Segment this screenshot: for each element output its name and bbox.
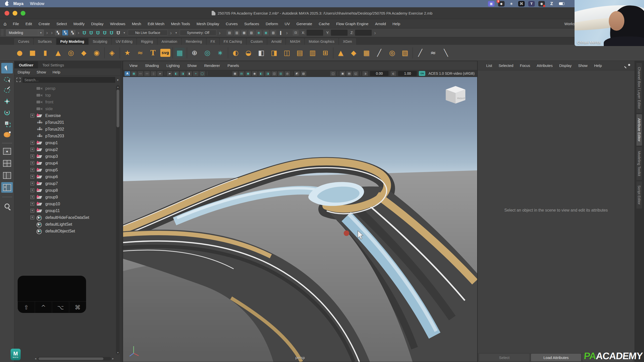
select-box-icon[interactable]: [16, 78, 21, 82]
shelf-tab[interactable]: Poly Modeling: [56, 38, 88, 45]
input-field-mode-icon[interactable]: ⊡: [293, 30, 299, 35]
shaded-mode-icon[interactable]: ▤: [239, 71, 244, 76]
menu-item[interactable]: File: [10, 22, 22, 26]
exposure-field[interactable]: 0.00: [370, 71, 389, 76]
combine-icon[interactable]: ◐: [230, 47, 241, 58]
outliner-item[interactable]: + group5: [14, 167, 116, 173]
separate-icon[interactable]: ◒: [243, 47, 254, 58]
outliner-item[interactable]: pTorus203: [14, 133, 116, 139]
layout-two-pane[interactable]: [1, 170, 13, 181]
lights-icon[interactable]: ◉: [252, 71, 257, 76]
gate-mask-icon[interactable]: ▯: [151, 71, 156, 76]
sidebar-tab[interactable]: Script Editor: [636, 181, 642, 209]
motion-blur-icon[interactable]: ◫: [272, 71, 277, 76]
collapse-section-icon[interactable]: [373, 30, 377, 35]
shelf-divider[interactable]: [333, 47, 333, 58]
region-icon[interactable]: ◱: [353, 71, 358, 76]
shelf-tab[interactable]: Curves: [14, 38, 33, 45]
outliner-item[interactable]: + group11: [14, 207, 116, 214]
teams-icon[interactable]: T: [528, 1, 535, 7]
ambient-occlusion-icon[interactable]: ◨: [265, 71, 271, 76]
outliner-menu-item[interactable]: Help: [49, 70, 64, 74]
layout-outliner-persp[interactable]: [1, 182, 13, 193]
scale-tool[interactable]: [1, 118, 13, 129]
menu-item[interactable]: Modify: [70, 22, 88, 26]
command-key-icon[interactable]: ⌘: [518, 1, 525, 7]
depth-of-field-icon[interactable]: ◎: [285, 71, 290, 76]
pen-tool-icon[interactable]: ╲: [440, 47, 451, 58]
menu-item[interactable]: Generate: [293, 22, 316, 26]
outliner-item[interactable]: + group7: [14, 180, 116, 187]
shelf-tab[interactable]: Rendering: [182, 38, 206, 45]
menu-set-dropdown[interactable]: Modeling ▾: [6, 29, 44, 36]
search-input[interactable]: Search...: [22, 77, 115, 83]
attr-menu-item[interactable]: List: [483, 63, 495, 68]
multi-cut-icon[interactable]: ╱: [374, 47, 385, 58]
menu-item[interactable]: Windows: [107, 22, 129, 26]
menu-item[interactable]: Arnold: [372, 22, 389, 26]
poly-disc-icon[interactable]: ◉: [91, 47, 102, 58]
menu-item[interactable]: Mesh: [129, 22, 144, 26]
poly-sphere-icon[interactable]: ●: [14, 47, 25, 58]
expand-toggle[interactable]: +: [30, 175, 34, 179]
toolbar-separator[interactable]: [206, 71, 208, 76]
expand-toggle[interactable]: +: [30, 216, 34, 219]
helix-primitive-icon[interactable]: ≈: [135, 47, 146, 58]
render-current-frame-icon[interactable]: ▥: [234, 30, 240, 35]
close-button[interactable]: [5, 11, 9, 16]
select-button[interactable]: Select: [479, 354, 529, 361]
menu-item[interactable]: Edit Mesh: [144, 22, 168, 26]
pin-icon[interactable]: [624, 64, 630, 68]
symmetry-field[interactable]: Symmetry: Off: [180, 30, 216, 36]
collapse-section-icon[interactable]: [285, 30, 289, 35]
colorspace-label[interactable]: ACES 1.0 SDR-video (sRGB): [428, 71, 475, 75]
poly-pyramid-icon[interactable]: ◆: [78, 47, 89, 58]
snap-point-icon[interactable]: Ω: [95, 30, 101, 35]
sidebar-tab[interactable]: Modeling Toolkit: [636, 147, 642, 180]
scrollbar-thumb[interactable]: [39, 357, 103, 360]
view-cube[interactable]: RIGHT: [446, 86, 465, 104]
pause-viewport-icon[interactable]: ‖: [278, 30, 284, 35]
svg-import-icon[interactable]: svg: [160, 49, 170, 57]
poly-cylinder-icon[interactable]: ▮: [40, 47, 51, 58]
collapse-section-icon[interactable]: [77, 30, 80, 35]
toolbar-separator[interactable]: [164, 71, 166, 76]
shelf-tab[interactable]: FX Caching: [220, 38, 246, 45]
shelf-tab[interactable]: Custom: [247, 38, 267, 45]
snap-grid-icon[interactable]: Ω: [82, 30, 87, 35]
snapshot-icon[interactable]: □: [330, 71, 336, 76]
select-hierarchy-icon[interactable]: ▚: [55, 30, 61, 35]
menu-item[interactable]: Help: [389, 22, 404, 26]
outliner-item[interactable]: front: [14, 99, 116, 105]
isolate-select-icon[interactable]: ◩: [294, 71, 300, 76]
gamma-icon[interactable]: ◐: [391, 71, 396, 76]
shelf-divider[interactable]: [228, 47, 228, 58]
render-settings-icon[interactable]: ▧: [248, 30, 254, 35]
y-input[interactable]: [331, 30, 348, 36]
z-app-icon[interactable]: Z: [548, 1, 555, 7]
zero-transform-icon[interactable]: ∗: [215, 47, 226, 58]
outliner-item[interactable]: + group10: [14, 200, 116, 207]
menu-item[interactable]: Create: [35, 22, 53, 26]
camera-attributes-icon[interactable]: ◧: [173, 71, 179, 76]
shelf-tab[interactable]: Arnold: [267, 38, 285, 45]
select-object-icon[interactable]: ▚: [62, 30, 68, 35]
outliner-horizontal-scrollbar[interactable]: ◂ ▸: [33, 357, 115, 361]
viewport-menu-item[interactable]: View: [126, 63, 141, 68]
app-notification-icon[interactable]: ◆3: [498, 1, 505, 7]
expand-toggle[interactable]: +: [30, 188, 34, 192]
expand-toggle[interactable]: +: [30, 182, 34, 185]
recording-status-icon[interactable]: ◉: [538, 1, 545, 7]
shelf-divider[interactable]: [186, 47, 187, 58]
attr-menu-item[interactable]: Help: [591, 63, 605, 68]
scroll-down-icon[interactable]: ▾: [116, 351, 120, 354]
grid-display-icon[interactable]: ▦: [131, 71, 137, 76]
shelf-divider[interactable]: [104, 47, 105, 58]
paint-select-tool[interactable]: [1, 85, 13, 96]
outliner-item[interactable]: + defaultHideFaceDataSet: [14, 214, 116, 221]
outliner-menu-item[interactable]: Show: [33, 70, 49, 74]
expand-toggle[interactable]: [30, 87, 34, 90]
dropdown-arrow-icon[interactable]: ▾: [122, 31, 126, 34]
boolean-icon[interactable]: ◫: [281, 47, 292, 58]
curve-tool-icon[interactable]: ≈: [428, 47, 439, 58]
